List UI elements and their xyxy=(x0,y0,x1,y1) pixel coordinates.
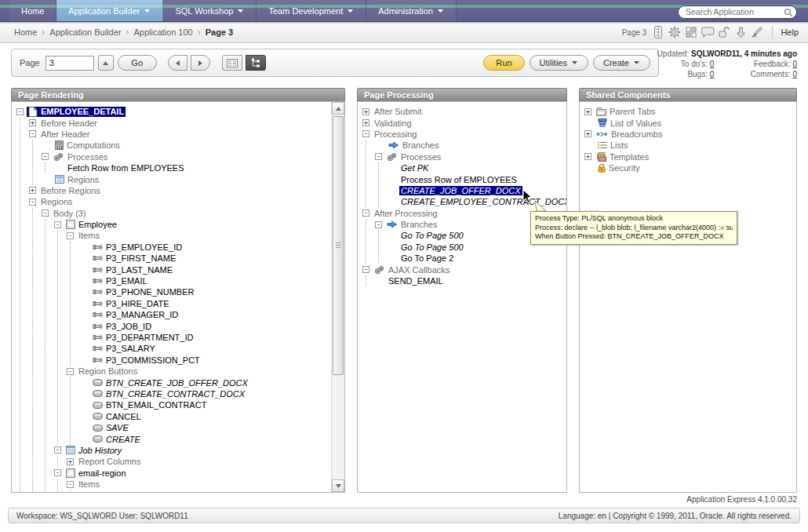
tree-node[interactable]: P3_MANAGER_ID xyxy=(79,309,341,320)
breadcrumb-item[interactable]: Application 100 xyxy=(133,27,192,37)
tree-node[interactable]: Fetch Row from EMPLOYEES xyxy=(54,162,341,173)
tree-node[interactable]: P3_FIRST_NAME xyxy=(79,253,341,264)
tree-node[interactable]: -AJAX Callbacks xyxy=(362,264,563,275)
page-lookup-button[interactable] xyxy=(98,55,114,71)
nav-tab-sql-workshop[interactable]: SQL Workshop xyxy=(163,0,257,21)
collapse-icon[interactable]: - xyxy=(54,221,61,228)
tree-node[interactable]: -Employee xyxy=(54,219,341,230)
tree-node[interactable]: -Processes xyxy=(42,151,341,162)
breadcrumb-item[interactable]: Application Builder xyxy=(49,27,121,37)
previous-page-button[interactable] xyxy=(168,55,187,71)
tree-node[interactable]: -Items xyxy=(67,230,341,241)
tree-node[interactable]: -Regions xyxy=(29,196,341,207)
vertical-scrollbar[interactable] xyxy=(331,102,344,492)
collapse-icon[interactable]: - xyxy=(362,210,369,217)
gear-icon[interactable] xyxy=(668,25,682,39)
tree-node[interactable]: P3_SALARY xyxy=(79,343,341,354)
tree-node[interactable]: P3_HIRE_DATE xyxy=(79,298,341,309)
comment-bubble-icon[interactable] xyxy=(701,25,715,39)
tree-node[interactable]: Go To Page 2 xyxy=(388,253,563,264)
help-link[interactable]: Help xyxy=(781,27,799,37)
tree-node[interactable]: -Processes xyxy=(375,151,563,162)
tree-node[interactable]: Get PK xyxy=(388,162,563,173)
tree-node[interactable]: +Report Columns xyxy=(67,456,341,467)
expand-icon[interactable]: + xyxy=(584,153,591,160)
brush-icon[interactable] xyxy=(750,25,764,39)
collapse-icon[interactable]: - xyxy=(42,153,49,160)
page-number-input[interactable] xyxy=(45,56,94,71)
tree-node[interactable]: +Before Regions xyxy=(29,185,341,196)
tree-node[interactable]: +Validating xyxy=(362,117,563,128)
nav-tab-home[interactable]: Home xyxy=(9,0,56,21)
tree-node[interactable]: Security xyxy=(584,162,793,173)
tree-node[interactable]: SAVE xyxy=(79,422,341,433)
collapse-icon[interactable]: - xyxy=(16,108,24,115)
expand-icon[interactable]: + xyxy=(362,119,369,126)
go-button[interactable]: Go xyxy=(118,55,157,71)
tree-node[interactable]: BTN_CREATE_CONTRACT_DOCX xyxy=(79,388,341,399)
tree-node[interactable]: Regions xyxy=(42,173,341,184)
tree-node[interactable]: -Processing xyxy=(362,129,563,140)
collapse-icon[interactable]: - xyxy=(362,130,369,137)
scrollbar-thumb[interactable] xyxy=(333,116,344,375)
tree-node[interactable]: -After Header xyxy=(29,129,341,140)
next-page-button[interactable] xyxy=(191,55,210,71)
tree-node[interactable]: -EMPLOYEE_DETAIL xyxy=(16,106,341,117)
scroll-down-button[interactable] xyxy=(332,479,344,492)
comments-count-link[interactable]: 0 xyxy=(792,70,797,78)
arrow-down-icon[interactable] xyxy=(733,25,748,39)
expand-icon[interactable]: + xyxy=(29,119,36,126)
breadcrumb-item[interactable]: Home xyxy=(14,27,37,37)
collapse-icon[interactable]: - xyxy=(375,153,382,160)
tree-node[interactable]: -email-region xyxy=(54,468,341,479)
tree-node[interactable]: Computations xyxy=(42,140,341,151)
tree-node[interactable]: P3_EMPLOYEE_ID xyxy=(79,242,341,253)
nav-tab-team-development[interactable]: Team Development xyxy=(257,0,366,21)
tree-node[interactable]: P3_DEPARTMENT_ID xyxy=(79,332,341,343)
collapse-icon[interactable]: - xyxy=(375,221,382,228)
tree-node[interactable]: Process Row of EMPLOYEES xyxy=(388,173,563,184)
expand-icon[interactable]: + xyxy=(584,108,591,115)
tree-node[interactable]: P3_PHONE_NUMBER xyxy=(79,286,341,297)
tree-node[interactable]: CANCEL xyxy=(79,411,341,422)
collapse-icon[interactable]: - xyxy=(54,469,61,476)
expand-icon[interactable]: + xyxy=(29,187,36,194)
traffic-light-icon[interactable] xyxy=(651,25,665,39)
tree-node[interactable]: -Job History xyxy=(54,445,341,456)
tree-node[interactable]: BTN_EMAIL_CONTRACT xyxy=(79,399,341,410)
feedback-count-link[interactable]: 0 xyxy=(792,60,797,68)
tree-node[interactable]: CREATE xyxy=(79,433,341,444)
collapse-icon[interactable]: - xyxy=(67,232,74,239)
tree-node[interactable]: +Parent Tabs xyxy=(584,106,793,117)
tree-node[interactable]: BTN_CREATE_JOB_OFFER_DOCX xyxy=(79,377,341,388)
collapse-icon[interactable]: - xyxy=(67,368,74,375)
unlock-icon[interactable] xyxy=(717,25,731,39)
bugs-count-link[interactable]: 0 xyxy=(710,70,715,78)
tree-node[interactable]: P3_COMMISSION_PCT xyxy=(79,355,341,366)
tree-node[interactable]: P3_EMAIL xyxy=(79,275,341,286)
grid-icon[interactable] xyxy=(684,25,698,39)
utilities-menu-button[interactable]: Utilities xyxy=(530,55,588,71)
tree-node[interactable]: SEND_EMAIL xyxy=(375,275,563,286)
tree-node[interactable]: P3_SUBJECT xyxy=(79,490,341,493)
tree-node[interactable]: -Items xyxy=(67,479,341,490)
tree-node[interactable]: P3_JOB_ID xyxy=(79,320,341,331)
tree-node[interactable]: +Templates xyxy=(584,151,793,162)
tree-node[interactable]: Branches xyxy=(375,140,563,151)
collapse-icon[interactable]: - xyxy=(29,199,36,206)
tree-node[interactable]: +Before Header xyxy=(29,117,341,128)
run-button[interactable]: Run xyxy=(483,55,524,71)
tree-node[interactable]: P3_LAST_NAME xyxy=(79,264,341,275)
tree-node[interactable]: +After Submit xyxy=(362,106,563,117)
nav-tab-administration[interactable]: Administration xyxy=(366,0,457,21)
scroll-up-button[interactable] xyxy=(332,102,344,115)
expand-icon[interactable]: + xyxy=(67,458,74,465)
expand-icon[interactable]: + xyxy=(362,108,369,115)
nav-tab-application-builder[interactable]: Application Builder xyxy=(56,0,163,21)
search-input[interactable] xyxy=(678,5,797,19)
tree-node[interactable]: List of Values xyxy=(584,117,793,128)
collapse-icon[interactable]: - xyxy=(67,481,74,488)
tree-node[interactable]: CREATE_JOB_OFFER_DOCX xyxy=(388,185,563,196)
create-menu-button[interactable]: Create xyxy=(593,55,650,71)
tree-node[interactable]: -Body (3) xyxy=(42,208,341,219)
